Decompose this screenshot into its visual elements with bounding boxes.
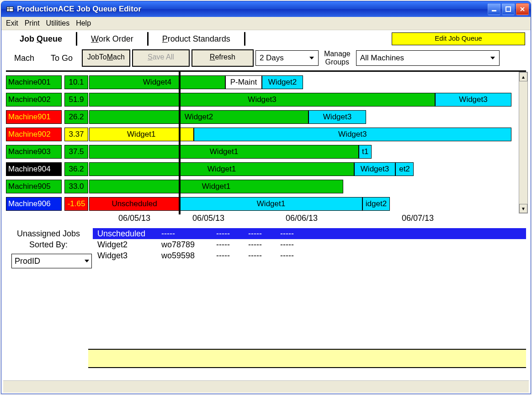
job-bar[interactable]: Widget1 [180,197,362,211]
bar-track: Widget3Widget3 [89,93,511,107]
scroll-down-icon[interactable]: ▼ [519,204,527,213]
bar-track: Widget1Widget3 [89,128,511,141]
vertical-scrollbar[interactable]: ▲ ▼ [519,72,528,214]
minimize-button[interactable] [488,3,500,15]
tab-divider [244,32,245,46]
menu-help[interactable]: Help [76,19,91,27]
unassigned-jobs-list[interactable]: Unscheduled--------------------Widget2wo… [93,228,526,268]
job-bar[interactable]: Widget1 [89,180,343,193]
time-range-select[interactable]: 2 Days [255,50,319,66]
machine-row[interactable]: Machine9023.37Widget1Widget3 [6,128,511,141]
manage-groups-button[interactable]: ManageGroups [320,50,354,66]
time-axis: 06/05/1306/05/1306/06/1306/07/13 [6,214,526,226]
gantt-rows: Machine00110.1Widget4P-MaintWidget2Machi… [6,75,511,211]
unassigned-cell: ----- [216,251,248,261]
job-bar[interactable]: Widget3 [435,93,511,107]
job-bar[interactable]: Widget3 [194,128,511,141]
job-bar[interactable]: P-Maint [225,75,262,89]
machine-row[interactable]: Machine00110.1Widget4P-MaintWidget2 [6,75,511,89]
edit-job-queue-button[interactable]: Edit Job Queue [392,32,525,45]
machine-name-cell[interactable]: Machine001 [6,75,62,89]
time-tick-label: 06/06/13 [286,214,318,223]
togo-cell: 10.1 [64,75,88,89]
machine-name-cell[interactable]: Machine906 [6,197,62,211]
machine-row[interactable]: Machine90337.5Widget1t1 [6,145,511,159]
togo-cell: 3.37 [64,128,88,141]
job-bar[interactable]: Unscheduled [89,197,180,211]
select-value: 2 Days [260,53,284,63]
tab-work-order[interactable]: Work Order [78,34,146,44]
job-bar[interactable]: Widget4 [89,75,225,89]
select-value: All Machines [360,53,404,63]
tab-divider [76,32,77,46]
machine-row[interactable]: Machine90126.2Widget2Widget3 [6,110,511,124]
job-bar[interactable]: Widget2 [89,110,309,124]
job-bar[interactable]: Widget3 [309,110,366,124]
machine-filter-select[interactable]: All Machines [356,50,500,66]
togo-cell: -1.65 [64,197,88,211]
job-bar[interactable]: Widget1 [89,128,194,141]
togo-cell: 26.2 [64,110,88,124]
sort-by-select[interactable]: ProdID [11,254,92,268]
machine-row[interactable]: Machine00251.9Widget3Widget3 [6,93,511,107]
machine-name-cell[interactable]: Machine901 [6,110,62,124]
save-all-button[interactable]: Save All [132,49,190,67]
unassigned-title-l2: Sorted By: [6,239,91,250]
tab-job-queue[interactable]: Job Queue [7,34,75,44]
unassigned-sort-controls: Unassigned Jobs Sorted By: ProdID [6,228,91,268]
job-bar[interactable]: Widget1 [89,162,354,176]
unassigned-cell: ----- [280,229,312,239]
tab-product-standards[interactable]: Product Standards [149,34,243,44]
bar-track: Widget2Widget3 [89,110,511,124]
unassigned-cell: ----- [280,251,312,261]
unassigned-cell: wo78789 [161,240,216,250]
job-bar[interactable]: Widget1 [89,145,359,159]
job-bar[interactable]: Widget3 [89,93,435,107]
scroll-up-icon[interactable]: ▲ [519,72,527,81]
app-window: ProductionACE Job Queue Editor Exit Prin… [1,1,531,394]
job-to-mach-button[interactable]: JobToMach [82,49,130,67]
unassigned-cell: ----- [216,240,248,250]
close-button[interactable] [516,3,529,15]
status-bar [3,380,529,393]
maximize-button[interactable] [502,3,515,15]
tab-divider [147,32,149,46]
job-bar[interactable]: t1 [359,145,372,159]
machine-name-cell[interactable]: Machine902 [6,128,62,141]
unassigned-cell: ----- [161,229,216,239]
bar-track: UnscheduledWidget1idget2 [89,197,511,211]
unassigned-row[interactable]: Unscheduled-------------------- [93,228,526,239]
job-bar[interactable]: et2 [395,162,414,176]
current-time-marker [179,72,181,214]
refresh-button[interactable]: Refresh [192,49,254,67]
col-label-togo: To Go [43,53,80,63]
unassigned-cell: wo59598 [161,251,216,261]
unassigned-title-l1: Unassigned Jobs [6,228,91,239]
time-tick-label: 06/05/13 [118,214,150,223]
machine-name-cell[interactable]: Machine903 [6,145,62,159]
time-tick-label: 06/05/13 [192,214,224,223]
unassigned-cell: Unscheduled [93,229,161,239]
machine-name-cell[interactable]: Machine905 [6,180,62,193]
unassigned-row[interactable]: Widget3wo59598--------------- [93,250,526,261]
svg-rect-4 [506,7,511,11]
time-tick-label: 06/07/13 [402,214,434,223]
unassigned-row[interactable]: Widget2wo78789--------------- [93,239,526,250]
toolbar: Mach To Go JobToMach Save All Refresh 2 … [1,48,531,69]
menu-utilities[interactable]: Utilities [46,19,70,27]
chevron-down-icon [84,256,90,267]
menubar: Exit Print Utilities Help [1,17,531,30]
gantt-area: Machine00110.1Widget4P-MaintWidget2Machi… [6,70,526,211]
machine-row[interactable]: Machine90533.0Widget1 [6,180,511,193]
machine-name-cell[interactable]: Machine904 [6,162,62,176]
window-title: ProductionACE Job Queue Editor [17,5,488,14]
machine-row[interactable]: Machine90436.2Widget1Widget3et2 [6,162,511,176]
select-value: ProdID [15,256,40,267]
menu-exit[interactable]: Exit [6,19,18,27]
job-bar[interactable]: Widget2 [262,75,303,89]
job-bar[interactable]: Widget3 [354,162,395,176]
job-bar[interactable]: idget2 [362,197,390,211]
menu-print[interactable]: Print [25,19,40,27]
machine-row[interactable]: Machine906-1.65UnscheduledWidget1idget2 [6,197,511,211]
machine-name-cell[interactable]: Machine002 [6,93,62,107]
